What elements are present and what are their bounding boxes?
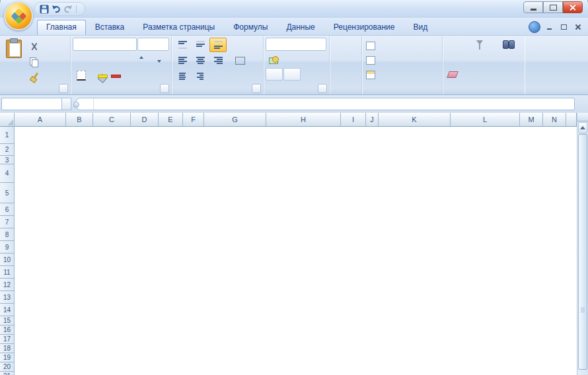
tab-Данные[interactable]: Данные: [277, 20, 324, 35]
row-header-1[interactable]: 1: [0, 127, 15, 144]
office-button[interactable]: [4, 1, 33, 30]
align-top-button[interactable]: [174, 38, 191, 52]
column-header-K[interactable]: K: [379, 113, 451, 127]
vertical-scrollbar[interactable]: [577, 113, 588, 375]
row-header-17[interactable]: 17: [0, 335, 15, 344]
row-header-5[interactable]: 5: [0, 183, 15, 203]
minimize-button[interactable]: [523, 1, 543, 13]
row-header-8[interactable]: 8: [0, 228, 15, 241]
cut-button[interactable]: [25, 39, 42, 53]
column-header-I[interactable]: I: [341, 113, 366, 127]
cell-styles-button[interactable]: [342, 57, 349, 64]
format-cells-button[interactable]: [363, 68, 441, 82]
column-header-E[interactable]: E: [159, 113, 183, 127]
column-header-M[interactable]: M: [520, 113, 543, 127]
tab-Разметка страницы[interactable]: Разметка страницы: [133, 20, 224, 35]
row-header-21[interactable]: 21: [0, 372, 15, 375]
number-format-select[interactable]: [266, 38, 326, 51]
decrease-indent-button[interactable]: [174, 69, 191, 84]
row-header-13[interactable]: 13: [0, 291, 15, 304]
row-header-2[interactable]: 2: [0, 144, 15, 156]
row-header-14[interactable]: 14: [0, 304, 15, 316]
borders-button[interactable]: [73, 68, 90, 83]
row-header-9[interactable]: 9: [0, 241, 15, 254]
scroll-up-button[interactable]: [578, 122, 587, 133]
tab-Главная[interactable]: Главная: [37, 20, 86, 35]
sort-filter-button[interactable]: [462, 37, 492, 84]
column-header-F[interactable]: F: [183, 113, 204, 127]
column-header-J[interactable]: J: [366, 113, 379, 127]
increase-decimal-button[interactable]: [266, 68, 283, 81]
row-header-15[interactable]: 15: [0, 316, 15, 325]
align-center-button[interactable]: [192, 53, 209, 68]
row-header-16[interactable]: 16: [0, 325, 15, 335]
decrease-decimal-button[interactable]: [283, 68, 301, 81]
workbook-minimize-button[interactable]: [543, 22, 555, 32]
accounting-format-button[interactable]: [266, 52, 283, 67]
clear-button[interactable]: [444, 68, 461, 81]
column-header-G[interactable]: G: [204, 113, 266, 127]
tab-Вставка[interactable]: Вставка: [86, 20, 134, 35]
fill-color-button[interactable]: [91, 68, 108, 83]
autosum-button[interactable]: [444, 40, 461, 53]
underline-button[interactable]: [108, 52, 126, 67]
name-box-dropdown[interactable]: [61, 98, 71, 110]
column-header-C[interactable]: C: [93, 113, 131, 127]
font-size-select[interactable]: [137, 38, 169, 51]
formula-bar-splitter[interactable]: [73, 102, 79, 108]
align-middle-button[interactable]: [192, 38, 209, 52]
percent-style-button[interactable]: [283, 52, 301, 67]
increase-font-size-button[interactable]: [132, 52, 149, 67]
merge-center-button[interactable]: [232, 53, 249, 68]
row-header-7[interactable]: 7: [0, 216, 15, 228]
align-right-button[interactable]: [209, 53, 227, 68]
dialog-launcher-icon[interactable]: [318, 84, 327, 93]
dialog-launcher-icon[interactable]: [160, 84, 169, 93]
column-header-B[interactable]: B: [66, 113, 93, 127]
help-button[interactable]: [529, 21, 540, 33]
workbook-close-button[interactable]: [572, 22, 584, 32]
column-header-D[interactable]: D: [131, 113, 159, 127]
bold-button[interactable]: [73, 52, 90, 67]
row-header-18[interactable]: 18: [0, 344, 15, 353]
find-select-button[interactable]: [494, 37, 523, 84]
paste-button[interactable]: [3, 37, 25, 63]
split-handle[interactable]: [577, 113, 588, 121]
font-name-select[interactable]: [73, 38, 137, 51]
row-header-10[interactable]: 10: [0, 254, 15, 266]
orientation-button[interactable]: [232, 38, 249, 52]
copy-button[interactable]: [25, 54, 42, 69]
tab-Рецензирование[interactable]: Рецензирование: [324, 20, 404, 35]
wrap-text-button[interactable]: [214, 69, 231, 84]
insert-cells-button[interactable]: [363, 39, 441, 53]
row-header-20[interactable]: 20: [0, 362, 15, 372]
dialog-launcher-icon[interactable]: [252, 84, 261, 93]
column-header-A[interactable]: A: [15, 113, 66, 127]
row-header-12[interactable]: 12: [0, 279, 15, 291]
scrollbar-track[interactable]: [578, 134, 587, 375]
vertical-scrollbar-thumb[interactable]: [578, 134, 587, 370]
close-button[interactable]: [563, 1, 583, 13]
fill-button[interactable]: [444, 54, 461, 67]
align-left-button[interactable]: [174, 53, 191, 68]
expand-formula-bar-button[interactable]: [576, 98, 587, 110]
tab-Вид[interactable]: Вид: [404, 20, 437, 35]
decrease-font-size-button[interactable]: [150, 52, 167, 67]
name-box[interactable]: [1, 98, 61, 110]
row-header-6[interactable]: 6: [0, 203, 15, 216]
column-header-L[interactable]: L: [451, 113, 520, 127]
dialog-launcher-icon[interactable]: [59, 84, 68, 93]
select-all-corner[interactable]: [0, 113, 15, 127]
column-header-N[interactable]: N: [543, 113, 566, 127]
increase-indent-button[interactable]: [192, 69, 209, 84]
format-painter-button[interactable]: [25, 69, 42, 84]
font-color-button[interactable]: [108, 68, 126, 83]
align-bottom-button[interactable]: [209, 38, 227, 52]
row-header-4[interactable]: 4: [0, 164, 15, 183]
row-header-3[interactable]: 3: [0, 156, 15, 164]
tab-Формулы[interactable]: Формулы: [224, 20, 277, 35]
italic-button[interactable]: [91, 52, 108, 67]
row-header-19[interactable]: 19: [0, 353, 15, 362]
row-header-11[interactable]: 11: [0, 266, 15, 279]
delete-cells-button[interactable]: [363, 53, 441, 67]
